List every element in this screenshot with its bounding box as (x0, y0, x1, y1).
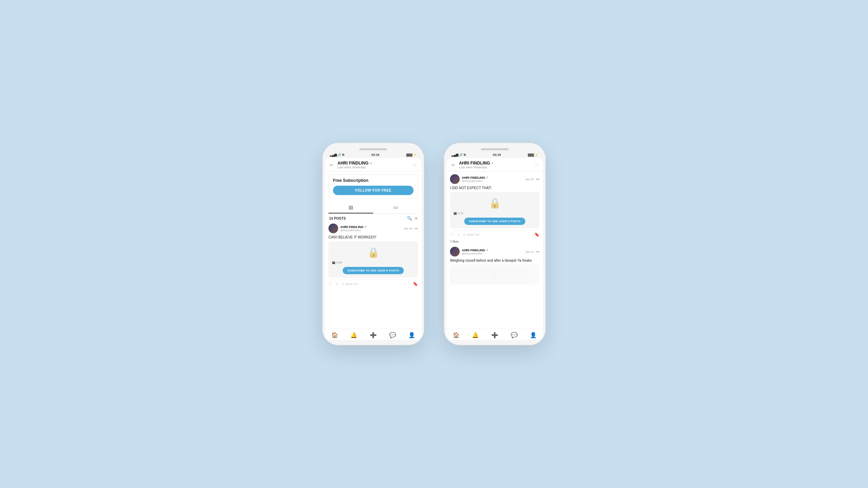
post-text-right-2: Weighing myself before and after a blowj… (450, 259, 540, 262)
nav-plus-right[interactable]: ➕ (491, 332, 498, 338)
bookmark-icon-left[interactable]: 🔖 (413, 281, 418, 286)
like-icon-left[interactable]: ♡ (328, 281, 332, 286)
top-bar-left: ← AHRI FINDLING ✓ Last seen Yesterday ☆ (325, 158, 422, 171)
profile-name-right: AHRI FINDLING ✓ (459, 161, 534, 166)
post-card-left: AHRI FINDLING ✓ @theycallmeahri Apr 26 •… (328, 224, 418, 288)
filter-icon-left[interactable]: ≡ (415, 216, 417, 221)
lock-icon-area-right-1: 🔒 (489, 197, 501, 209)
likes-count-right-1: 7 likes (450, 240, 540, 243)
video-icon-right-1: 🎬 (453, 212, 457, 215)
profile-title-left: AHRI FINDLING ✓ Last seen Yesterday (337, 161, 413, 169)
verified-badge-left: ✓ (369, 161, 372, 165)
post-date-right-1: Apr 20 (526, 178, 534, 181)
post-name-right-2: AHRI FINDLING ✓ (462, 248, 526, 252)
locked-content-right-1: 🔒 🎬 0:15 SUBSCRIBE TO SEE USER'S POSTS (450, 192, 540, 228)
posts-count-left: 14 POSTS (329, 217, 346, 220)
profile-title-right: AHRI FINDLING ✓ Last seen Yesterday (459, 161, 534, 169)
more-button-right-2[interactable]: ••• (536, 250, 540, 254)
last-seen-right: Last seen Yesterday (459, 166, 534, 169)
post-date-left: Apr 26 (404, 227, 412, 230)
video-duration-left: 🎬 0:56 (332, 261, 342, 264)
more-button-left[interactable]: ••• (414, 227, 418, 230)
battery-right: ▓▓▓ ⚡ (528, 153, 538, 157)
posts-header-left: 14 POSTS 🔍 ≡ (328, 216, 418, 221)
scroll-content-right[interactable]: AHRI FINDLING ✓ @theycallmeahri Apr 20 •… (446, 171, 543, 329)
tab-posts-left[interactable]: ▤ (328, 202, 373, 213)
locked-content-right-2: ○ (450, 264, 540, 285)
post-verified-left: ✓ (364, 225, 367, 229)
like-icon-right-1[interactable]: ♡ (450, 232, 454, 237)
bookmark-icon-right-1[interactable]: 🔖 (534, 232, 540, 237)
nav-profile-right[interactable]: 👤 (530, 332, 537, 338)
signal-bars-right: ▂▄▆ (451, 153, 458, 157)
screen-left: ← AHRI FINDLING ✓ Last seen Yesterday ☆ … (325, 158, 422, 340)
signal-right: ▂▄▆ 🔗 B (451, 153, 466, 157)
nav-chat-right[interactable]: 💬 (511, 332, 518, 338)
posts-actions-left: 🔍 ≡ (407, 216, 417, 221)
avatar-placeholder-right-1 (450, 174, 460, 184)
bottom-nav-left: 🏠 🔔 ➕ 💬 👤 (325, 329, 422, 340)
locked-content-left: 🔒 🎬 0:56 SUBSCRIBE TO SEE USER'S POSTS (328, 241, 418, 278)
posts-tab-icon: ▤ (349, 204, 353, 210)
tab-videos-left[interactable]: ▭ (373, 202, 418, 213)
battery-left: ▓▓▓ ⚡ (406, 153, 417, 157)
nav-chat-left[interactable]: 💬 (389, 332, 396, 338)
videos-tab-icon: ▭ (393, 204, 398, 210)
comment-icon-right-1[interactable]: ○ (457, 232, 460, 237)
status-time-right: 03:19 (493, 153, 501, 157)
more-button-right-1[interactable]: ••• (536, 177, 540, 181)
back-button-left[interactable]: ← (329, 162, 335, 168)
avatar-placeholder-right-2 (450, 247, 460, 256)
avatar-right-2 (450, 247, 460, 256)
bluetooth-icon-right: B (464, 153, 466, 157)
lock-icon-area-left: 🔒 (367, 247, 379, 258)
free-sub-title: Free Subscription (333, 178, 414, 183)
bottom-nav-right: 🏠 🔔 ➕ 💬 👤 (446, 329, 543, 340)
lock-icon-right-2: ○ (492, 270, 498, 281)
phone-right: ▂▄▆ 🔗 B 03:19 ▓▓▓ ⚡ ← AHRI FINDLING ✓ La… (444, 143, 545, 345)
wifi-icon: 🔗 (337, 153, 341, 157)
send-tip-left[interactable]: ⊙ SEND TIP (342, 283, 358, 286)
video-icon-left: 🎬 (332, 261, 335, 264)
post-verified-right-1: ✓ (486, 176, 489, 179)
post-card-right-1: AHRI FINDLING ✓ @theycallmeahri Apr 20 •… (450, 174, 540, 243)
status-bar-right: ▂▄▆ 🔗 B 03:19 ▓▓▓ ⚡ (446, 153, 543, 158)
avatar-right-1 (450, 174, 460, 184)
free-subscription-card: Free Subscription FOLLOW FOR FREE (328, 174, 418, 199)
star-button-left[interactable]: ☆ (413, 162, 417, 168)
lock-icon-left: 🔒 (367, 247, 379, 258)
tip-icon-left: ⊙ (342, 283, 344, 286)
star-button-right[interactable]: ☆ (534, 162, 539, 168)
nav-home-right[interactable]: 🏠 (453, 332, 460, 338)
post-actions-right-1: ♡ ○ ⊙ SEND TIP 🔖 (450, 230, 540, 238)
wifi-icon-right: 🔗 (459, 153, 463, 157)
post-verified-right-2: ✓ (486, 248, 489, 252)
post-username-right-1: @theycallmeahri (462, 179, 526, 183)
phone-left: ▂▄▆ 🔗 B 03:19 ▓▓▓ ⚡ ← AHRI FINDLING ✓ La… (323, 143, 424, 345)
nav-bell-right[interactable]: 🔔 (472, 332, 479, 338)
subscribe-button-right-1[interactable]: SUBSCRIBE TO SEE USER'S POSTS (464, 218, 525, 225)
nav-home-left[interactable]: 🏠 (331, 332, 338, 338)
subscribe-button-left[interactable]: SUBSCRIBE TO SEE USER'S POSTS (343, 267, 404, 274)
last-seen-left: Last seen Yesterday (337, 166, 413, 169)
avatar-placeholder-left (328, 224, 338, 233)
post-username-left: @theycallmeahri (340, 229, 404, 232)
phones-container: ▂▄▆ 🔗 B 03:19 ▓▓▓ ⚡ ← AHRI FINDLING ✓ La… (323, 143, 545, 345)
tip-icon-right-1: ⊙ (463, 233, 466, 236)
nav-bell-left[interactable]: 🔔 (350, 332, 357, 338)
nav-plus-left[interactable]: ➕ (370, 332, 377, 338)
video-duration-right-1: 🎬 0:15 (453, 212, 464, 215)
back-button-right[interactable]: ← (451, 162, 456, 168)
send-tip-right-1[interactable]: ⊙ SEND TIP (463, 233, 479, 236)
scroll-content-left[interactable]: Free Subscription FOLLOW FOR FREE ▤ ▭ 14… (325, 171, 422, 329)
post-header-left: AHRI FINDLING ✓ @theycallmeahri Apr 26 •… (328, 224, 418, 233)
post-name-right-1: AHRI FINDLING ✓ (462, 176, 526, 179)
follow-free-button[interactable]: FOLLOW FOR FREE (333, 186, 414, 195)
nav-profile-left[interactable]: 👤 (408, 332, 415, 338)
search-icon-left[interactable]: 🔍 (407, 216, 412, 221)
post-username-right-2: @theycallmeahri (462, 252, 526, 255)
post-meta-right-1: AHRI FINDLING ✓ @theycallmeahri (462, 176, 526, 183)
phone-notch-left (359, 148, 387, 150)
comment-icon-left[interactable]: ○ (336, 281, 338, 286)
top-bar-right: ← AHRI FINDLING ✓ Last seen Yesterday ☆ (446, 158, 543, 171)
